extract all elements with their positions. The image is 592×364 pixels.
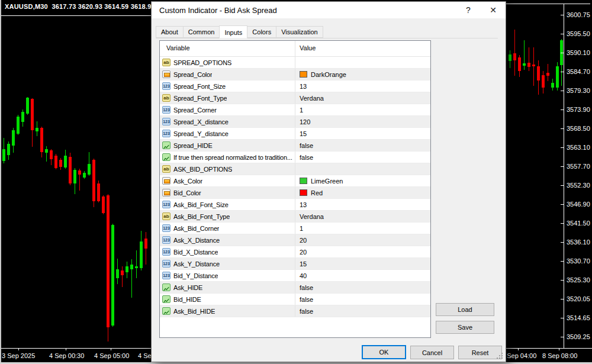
save-button[interactable]: Save	[436, 321, 494, 334]
table-row[interactable]: 123Ask_X_Distance20	[160, 234, 430, 246]
table-row[interactable]: 123Ask_Y_Distance15	[160, 258, 430, 270]
time-tick	[559, 348, 559, 350]
candle-wick	[136, 250, 137, 278]
resize-grip-icon[interactable]	[497, 353, 498, 354]
variable-name: Spread_X_distance	[173, 118, 229, 125]
variable-value[interactable]: 15	[295, 128, 430, 139]
variable-name: Spread_HIDE	[173, 142, 213, 149]
variable-value[interactable]: 120	[295, 116, 430, 127]
price-tick	[561, 72, 564, 72]
price-label: 3525.30	[567, 276, 590, 284]
value-text: Verdana	[300, 213, 324, 220]
int-type-icon: 123	[162, 272, 170, 279]
variable-name: Spread_Y_distance	[173, 130, 229, 137]
variable-value[interactable]: 20	[295, 246, 430, 257]
value-text: 120	[300, 118, 310, 125]
int-type-icon: 123	[162, 248, 170, 256]
table-row[interactable]: Ask_ColorLimeGreen	[160, 175, 430, 187]
table-row[interactable]: 123Spread_X_distance120	[160, 116, 430, 128]
candle-wick	[529, 47, 529, 71]
variable-value[interactable]	[295, 163, 430, 175]
tab-inputs[interactable]: Inputs	[219, 25, 247, 38]
price-tick	[561, 280, 564, 281]
table-row[interactable]: 123Ask_Bid_Corner1	[160, 223, 430, 234]
variable-value[interactable]: LimeGreen	[295, 175, 430, 186]
value-text: false	[300, 154, 313, 161]
variable-value[interactable]: false	[295, 305, 430, 317]
value-text: 20	[300, 249, 307, 256]
variable-value[interactable]: false	[295, 140, 430, 151]
table-row[interactable]: Ask_HIDEfalse	[160, 282, 430, 294]
variable-name-cell: If true then spread normalized to tradit…	[160, 152, 295, 163]
variable-value[interactable]: 13	[295, 199, 430, 210]
variable-name-cell: Ask_Bid_HIDE	[160, 305, 295, 317]
color-swatch	[300, 189, 307, 196]
time-label: 3 Sep 2025	[2, 352, 35, 359]
tab-about[interactable]: About	[156, 26, 184, 38]
price-tick	[561, 204, 564, 205]
int-type-icon: 123	[162, 224, 170, 232]
variable-name: Bid_HIDE	[173, 296, 201, 303]
table-row[interactable]: Spread_HIDEfalse	[160, 140, 430, 152]
table-row[interactable]: If true then spread normalized to tradit…	[160, 152, 430, 163]
variable-name: Ask_Bid_HIDE	[173, 308, 215, 315]
tab-colors[interactable]: Colors	[247, 26, 276, 38]
candle-body	[532, 65, 535, 66]
color-type-icon	[162, 70, 170, 78]
variable-value[interactable]: false	[295, 282, 430, 293]
candle-wick	[46, 146, 47, 162]
table-row[interactable]: 123Bid_X_Distance20	[160, 246, 430, 258]
variable-value[interactable]: 1	[295, 104, 430, 115]
candle-body	[518, 57, 521, 71]
int-type-icon: 123	[162, 201, 170, 208]
variable-value[interactable]: Verdana	[295, 92, 430, 104]
ok-button[interactable]: OK	[362, 345, 406, 359]
table-row[interactable]: Ask_Bid_HIDEfalse	[160, 305, 430, 317]
tab-visualization[interactable]: Visualization	[276, 26, 323, 38]
variable-value[interactable]: 15	[295, 258, 430, 269]
variable-value[interactable]: Verdana	[295, 211, 430, 222]
table-row[interactable]: abAsk_Bid_Font_TypeVerdana	[160, 211, 430, 223]
variable-value[interactable]: DarkOrange	[295, 69, 430, 80]
table-row[interactable]: abSpread_Font_TypeVerdana	[160, 92, 430, 104]
candle-body	[551, 83, 554, 88]
variable-value[interactable]: Red	[295, 187, 430, 198]
variable-value[interactable]: false	[295, 294, 430, 305]
variable-value[interactable]: 13	[295, 80, 430, 92]
variable-value[interactable]: 20	[295, 234, 430, 246]
variable-value[interactable]: false	[295, 152, 430, 163]
table-body: abSPREAD_OPTIONSSpread_ColorDarkOrange12…	[160, 57, 430, 317]
price-tick	[561, 337, 564, 337]
value-text: 1	[300, 225, 303, 232]
table-row[interactable]: Spread_ColorDarkOrange	[160, 69, 430, 80]
dialog-titlebar[interactable]: Custom Indicator - Bid Ask Spread ? ✕	[152, 2, 506, 18]
tab-common[interactable]: Common	[183, 26, 220, 38]
cancel-button[interactable]: Cancel	[410, 346, 454, 359]
price-tick	[561, 147, 564, 148]
table-row[interactable]: abASK_BID_OPTIONS	[160, 163, 430, 175]
table-row[interactable]: 123Spread_Corner1	[160, 104, 430, 116]
table-header: Variable Value	[160, 41, 430, 57]
help-button[interactable]: ?	[456, 2, 481, 18]
table-row[interactable]: 123Bid_Y_Distance40	[160, 270, 430, 282]
table-row[interactable]: Bid_HIDEfalse	[160, 294, 430, 305]
variable-value[interactable]: 40	[295, 270, 430, 281]
time-label: 4 Sep 00:30	[49, 352, 84, 359]
variable-name: Ask_Color	[173, 178, 202, 185]
close-icon[interactable]: ✕	[481, 2, 506, 18]
candle-body	[92, 160, 95, 201]
table-row[interactable]: 123Spread_Font_Size13	[160, 80, 430, 92]
bool-type-icon	[162, 141, 170, 149]
variable-value[interactable]: 1	[295, 223, 430, 234]
reset-button[interactable]: Reset	[458, 346, 502, 359]
variable-value[interactable]	[295, 57, 430, 68]
load-button[interactable]: Load	[436, 303, 494, 316]
table-row[interactable]: abSPREAD_OPTIONS	[160, 57, 430, 69]
table-row[interactable]: Bid_ColorRed	[160, 187, 430, 199]
table-row[interactable]: 123Ask_Bid_Font_Size13	[160, 199, 430, 211]
variable-name-cell: abSpread_Font_Type	[160, 92, 295, 104]
candle-body	[126, 266, 128, 272]
table-row[interactable]: 123Spread_Y_distance15	[160, 128, 430, 140]
dialog-title: Custom Indicator - Bid Ask Spread	[152, 6, 456, 15]
int-type-icon: 123	[162, 260, 170, 268]
